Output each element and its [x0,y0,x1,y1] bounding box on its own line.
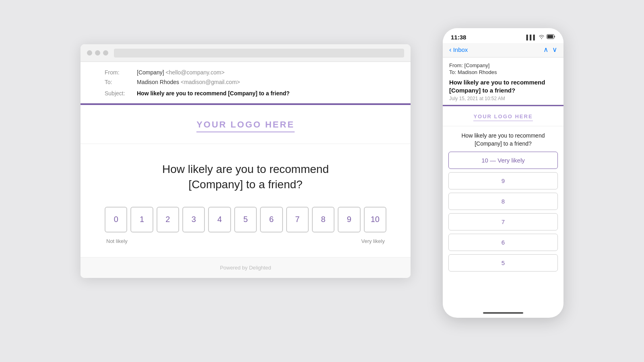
mobile-nps-option-0[interactable]: 10 — Very likely [448,152,558,169]
email-logo-section: YOUR LOGO HERE [80,105,411,144]
mobile-nps-options: 10 — Very likely98765 [443,152,564,272]
label-not-likely: Not likely [106,238,128,244]
back-button[interactable]: ‹ Inbox [449,46,468,54]
nps-scale: 012345678910 [105,207,386,232]
nps-btn-2[interactable]: 2 [157,207,179,232]
back-chevron-icon: ‹ [449,46,452,54]
traffic-lights [87,50,108,56]
email-to-row: To: Madison Rhodes <madison@gmail.com> [105,79,386,85]
prev-arrow-icon[interactable]: ∧ [543,45,548,54]
subject-text: How likely are you to recommend [Company… [137,90,290,97]
back-label: Inbox [453,46,468,53]
nps-question-desktop: How likely are you to recommend[Company]… [105,162,386,192]
phone-status-bar: 11:38 ▌▌▌ [443,28,564,43]
email-footer: Powered by Delighted [80,257,411,278]
mobile-email-meta: From: [Company] To: Madison Rhodes How l… [443,58,564,105]
address-bar [114,49,404,58]
home-bar [483,312,523,314]
powered-by: Powered by Delighted [220,265,271,271]
from-addr: <hello@company.com> [166,69,225,76]
email-header: From: [Company] <hello@company.com> To: … [80,62,411,103]
tl-close[interactable] [87,50,92,56]
mobile-email-body: YOUR LOGO HERE How likely are you to rec… [443,106,564,308]
phone-status-icons: ▌▌▌ [526,34,555,40]
nps-btn-7[interactable]: 7 [286,207,309,232]
mobile-from: From: [Company] [449,62,557,68]
scene: From: [Company] <hello@company.com> To: … [80,28,564,334]
tl-minimize[interactable] [95,50,100,56]
mobile-nps-option-2[interactable]: 8 [448,193,558,210]
mobile-to: To: Madison Rhodes [449,69,557,75]
phone-nav-bar: ‹ Inbox ∧ ∨ [443,43,564,58]
from-value: [Company] <hello@company.com> [137,69,225,76]
tl-maximize[interactable] [103,50,108,56]
to-addr: <madison@gmail.com> [181,79,240,85]
nps-btn-5[interactable]: 5 [234,207,257,232]
email-body: How likely are you to recommend[Company]… [80,144,411,257]
from-name: [Company] [137,69,164,76]
mobile-subject: How likely are you to recommend [Company… [449,78,557,94]
nps-btn-8[interactable]: 8 [312,207,334,232]
desktop-email-window: From: [Company] <hello@company.com> To: … [80,44,411,278]
nps-btn-3[interactable]: 3 [182,207,205,232]
to-label: To: [105,79,137,85]
battery-icon [547,34,555,40]
mobile-nps-option-1[interactable]: 9 [448,172,558,189]
subject-label: Subject: [105,90,137,97]
svg-rect-1 [547,35,553,38]
nps-btn-1[interactable]: 1 [130,207,153,232]
nps-btn-0[interactable]: 0 [105,207,127,232]
next-arrow-icon[interactable]: ∨ [552,45,557,54]
phone-time: 11:38 [451,34,466,41]
window-titlebar [80,44,411,62]
mobile-date: July 15, 2021 at 10:52 AM [449,96,557,101]
from-label: From: [105,69,137,76]
logo-placeholder-mobile: YOUR LOGO HERE [473,113,533,121]
signal-icon: ▌▌▌ [526,35,537,40]
label-very-likely: Very likely [361,238,385,244]
wifi-icon [539,35,545,40]
to-name: Madison Rhodes [137,79,179,85]
nav-arrows: ∧ ∨ [543,45,557,54]
mobile-nps-option-5[interactable]: 5 [448,254,558,272]
mobile-nps-question: How likely are you to recommend [Company… [443,126,564,152]
email-from-row: From: [Company] <hello@company.com> [105,69,386,76]
mobile-nps-option-3[interactable]: 7 [448,213,558,230]
nps-btn-4[interactable]: 4 [208,207,231,232]
nps-btn-6[interactable]: 6 [260,207,283,232]
nps-btn-10[interactable]: 10 [364,207,386,232]
to-value: Madison Rhodes <madison@gmail.com> [137,79,240,85]
nps-btn-9[interactable]: 9 [338,207,360,232]
logo-placeholder-desktop: YOUR LOGO HERE [196,119,295,132]
mobile-nps-option-4[interactable]: 6 [448,234,558,251]
email-subject-row: Subject: How likely are you to recommend… [105,90,386,97]
nps-labels: Not likely Very likely [105,238,386,244]
phone-home-indicator [443,308,564,318]
mobile-logo-section: YOUR LOGO HERE [443,106,564,126]
mobile-phone: 11:38 ▌▌▌ [443,28,564,318]
